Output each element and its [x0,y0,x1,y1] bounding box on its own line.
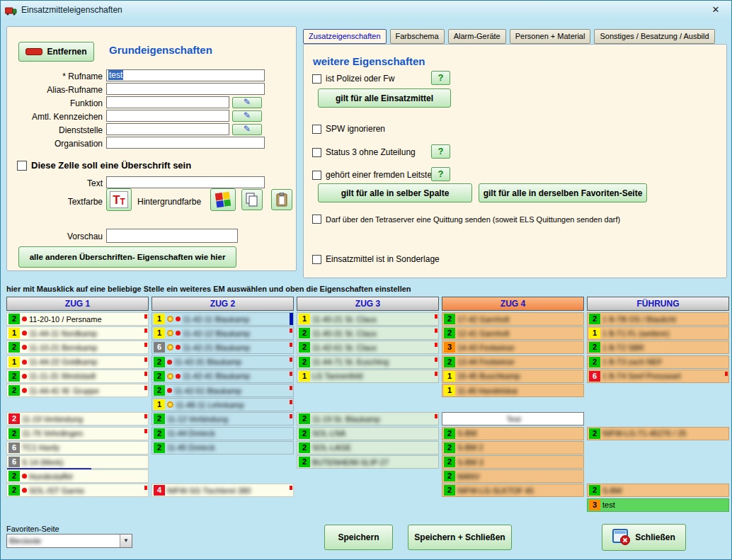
checkbox-box[interactable] [312,171,321,180]
em-row[interactable]: 116-45 Buschkamp [442,370,584,383]
em-row[interactable]: 111-40-21 St. Claus [297,312,439,326]
rufname-input[interactable]: test [106,69,265,81]
em-row[interactable]: 211-11-31 Weststadt [6,370,149,383]
em-row[interactable]: 21 B-T2 SBR [587,341,729,354]
em-row[interactable]: 21 B-T3 zach NEF [587,355,729,369]
em-row[interactable]: 2S-BM 2 [442,441,584,455]
gilt-fuer-alle-einsatzmittel-button[interactable]: gilt für alle Einsatzmittel [318,88,451,108]
em-row[interactable]: 2Hundestaffel [6,469,149,483]
em-row[interactable]: 2SOL-LNA [297,427,439,440]
checkbox-spw-ignorieren[interactable]: SPW ignorieren [312,124,385,134]
em-row[interactable]: 212-41 Garnholt [442,326,584,340]
funktion-input[interactable] [106,96,229,108]
checkbox-box[interactable] [312,255,321,264]
em-row[interactable]: 6S 14 (Werk) [6,455,149,469]
apply-all-headings-button[interactable]: alle anderen Überschriften- Eigenschafte… [18,246,236,268]
em-row[interactable]: 2S-BM [587,484,729,497]
em-row[interactable]: 2NIFW-LG-SLKTOF 45 [442,484,584,497]
em-row[interactable]: 211-10-21 Bernkamp [6,341,149,354]
em-row[interactable]: 111-48-11 Lehnkamp [151,398,294,411]
em-row[interactable]: 2MANV [442,469,584,483]
speichern-button[interactable]: Speichern [324,525,393,550]
em-row[interactable]: 2S-BM 3 [442,455,584,469]
close-icon[interactable]: ✕ [700,1,731,19]
em-row[interactable]: 211-19 Verbindung [6,412,149,425]
status-badge: 2 [154,442,165,453]
checkbox-fremde-leitstelle[interactable]: gehört einer fremden Leitstelle [312,170,440,180]
em-row[interactable]: 2SOL-LAGE [297,441,439,455]
em-row[interactable]: 211-20-10 / Persname [6,312,149,326]
checkbox-box[interactable] [312,125,321,134]
checkbox-box[interactable] [312,148,321,157]
em-row[interactable]: 211-44-71 St. Eusching [297,355,439,369]
em-row[interactable]: 111-44-22 Goldkamp [6,355,149,369]
kennzeichen-input[interactable] [106,110,229,122]
checkbox-box[interactable] [312,215,321,224]
kennzeichen-edit-button[interactable]: ✎ [232,110,262,122]
tab-personen-material[interactable]: Personen + Material [510,29,591,44]
dienststelle-input[interactable] [106,123,229,135]
em-row[interactable]: 111-42-12 Blaukamp [151,326,294,340]
tab-zusatzeigenschaften[interactable]: Zusatzeigenschaften [303,29,387,44]
em-row[interactable]: 213-44 Festwiese [442,355,584,369]
checkbox-box[interactable] [17,161,27,171]
favoriten-seite-select[interactable]: Bleckede ▼ [6,534,132,548]
tab-farbschema[interactable]: Farbschema [390,29,445,44]
em-row[interactable]: 6TC1 Hardy [6,441,149,455]
funktion-edit-button[interactable]: ✎ [232,97,262,108]
em-row[interactable]: 11 B-T1 FL (weitere) [587,326,729,340]
em-row[interactable]: 1LG Tannenfeld [297,370,439,383]
text-input[interactable] [106,176,265,188]
em-row[interactable]: 61 B-T4 Seef Presswart [587,370,729,383]
checkbox-tetraserver-quittung[interactable]: Darf über den Tetraserver eine Quittung … [312,215,620,224]
em-row[interactable]: 2SOL-IST Garnis [6,484,149,497]
em-row[interactable]: 211-44 Dreieck [151,427,294,440]
ueberschrift-checkbox[interactable]: Diese Zelle soll eine Überschrift sein [17,160,191,171]
em-row[interactable]: 2NIFW-LG-T1-45276 / 25 [587,427,729,440]
gilt-favoriten-seite-button[interactable]: gilt für alle in derselben Favoriten-Sei… [479,183,647,202]
em-row[interactable]: 2BUTENHEIM-SLIP-27 [297,455,439,469]
em-row[interactable]: 2S-BM [442,427,584,440]
em-row[interactable]: 611-42-21 Blaukamp [151,341,294,354]
paste-button[interactable] [271,189,292,210]
copy-button[interactable] [241,189,263,210]
chevron-down-icon[interactable]: ▼ [120,535,132,547]
em-row[interactable]: 211-40-31 St. Claus [297,326,439,340]
help-button-status3[interactable]: ? [431,144,450,159]
textfarbe-button[interactable]: TT [106,188,132,211]
em-row[interactable]: 211-42-61 St. Claus [297,341,439,354]
dienststelle-edit-button[interactable]: ✎ [232,124,262,135]
em-row[interactable]: 211-76 Vehrdingen [6,427,149,440]
em-row[interactable]: 111-44-11 Nordkamp [6,326,149,340]
em-row[interactable]: 211-12 Verbindung [151,412,294,425]
checkbox-box[interactable] [312,74,321,84]
hintergrundfarbe-button[interactable] [210,188,236,211]
help-button-polizei[interactable]: ? [431,71,450,85]
em-row[interactable]: 211-42-31 Blaukamp [151,355,294,369]
entfernen-button[interactable]: Entfernen [18,42,94,62]
em-edit-cell[interactable]: Test [442,412,584,425]
checkbox-sonderlage[interactable]: Einsatzmittel ist in Sonderlage [312,254,440,264]
schliessen-button[interactable]: Schließen [602,524,686,551]
em-row[interactable]: 211-42-51 Blaukamp [151,384,294,397]
help-button-fremde[interactable]: ? [431,167,450,181]
checkbox-status-3-ohne-zuteilung[interactable]: Status 3 ohne Zuteilung [312,147,416,157]
em-row[interactable]: 211-45 Dreieck [151,441,294,455]
checkbox-ist-polizei-oder-fw[interactable]: ist Polizei oder Fw [312,74,394,84]
alias-input[interactable] [106,83,265,95]
em-row[interactable]: 211-19 St. Blaukamp [297,412,439,425]
em-row[interactable]: 21 B-TB OS / Blaulicht [587,312,729,326]
organisation-input[interactable] [106,137,265,149]
em-row[interactable]: 111-42-11 Blaukamp [151,312,294,326]
speichern-schliessen-button[interactable]: Speichern + Schließen [408,525,512,550]
em-row[interactable]: 111-46 Handelskai [442,384,584,397]
em-row[interactable]: 211-42-41 Blaukamp [151,370,294,383]
em-row[interactable]: 217-42 Garnholt [442,312,584,326]
em-row[interactable]: 211-44-41 W. Gruppe [6,384,149,397]
em-row[interactable]: 3test [587,498,729,512]
tab-alarm-ger-te[interactable]: Alarm-Geräte [448,29,506,44]
gilt-selbe-spalte-button[interactable]: gilt für alle in selber Spalte [318,183,472,202]
em-row[interactable]: 314-43 Festwiese [442,341,584,354]
tab-sonstiges-besatzung-ausbild[interactable]: Sonstiges / Besatzung / Ausbild [594,29,714,44]
em-row[interactable]: 4NIFW-SG Tischlerei 380 [151,484,294,497]
